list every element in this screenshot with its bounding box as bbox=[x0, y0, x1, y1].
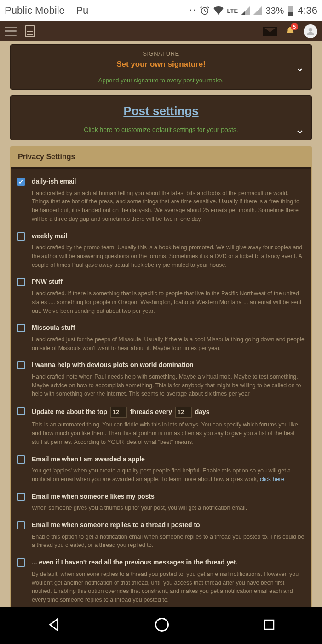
svg-rect-3 bbox=[288, 12, 293, 16]
checkbox[interactable] bbox=[17, 361, 25, 369]
privacy-option: ... even if I haven't read all the previ… bbox=[17, 558, 305, 604]
option-desc: Hand crafted just for the peeps of Misso… bbox=[32, 335, 305, 353]
post-settings-link[interactable]: Post settings bbox=[17, 104, 305, 118]
network-label: LTE bbox=[227, 7, 238, 14]
svg-rect-2 bbox=[289, 6, 292, 7]
notifications-icon[interactable]: 5 bbox=[285, 26, 295, 37]
battery-label: 33% bbox=[265, 6, 284, 16]
nav-back-button[interactable] bbox=[46, 617, 62, 634]
option-title: weekly mail bbox=[32, 232, 305, 241]
privacy-option: PNW stuffHand crafted. If there is somet… bbox=[17, 277, 305, 315]
option-desc: This is an automated thing. You can fidd… bbox=[32, 420, 305, 446]
signal-icon-1 bbox=[242, 6, 250, 15]
option-title: I wanna help with devious plots on world… bbox=[32, 361, 305, 370]
checkbox[interactable] bbox=[17, 493, 25, 501]
post-settings-help: Click here to customize default settings… bbox=[17, 126, 305, 133]
option-title: ... even if I haven't read all the previ… bbox=[32, 558, 305, 567]
option-desc: You get 'apples' when you create a quali… bbox=[32, 466, 305, 484]
option-title: daily-ish email bbox=[32, 177, 305, 186]
chevron-down-icon[interactable]: ⌄ bbox=[295, 122, 305, 137]
top-threads-input[interactable]: 12 bbox=[110, 407, 127, 418]
app-header: 5 bbox=[0, 21, 322, 41]
menu-icon[interactable] bbox=[5, 27, 17, 36]
wifi-icon bbox=[213, 6, 224, 15]
checkbox[interactable] bbox=[17, 324, 25, 332]
alarm-icon bbox=[200, 6, 210, 16]
signature-help: Append your signature to every post you … bbox=[17, 77, 305, 84]
checkbox[interactable] bbox=[17, 278, 25, 286]
feed-icon[interactable] bbox=[25, 25, 35, 37]
privacy-option: weekly mailHand crafted by the promo tea… bbox=[17, 232, 305, 270]
privacy-header: Privacy Settings bbox=[11, 146, 311, 167]
status-icons: LTE 33% 4:36 bbox=[200, 5, 317, 17]
checkbox[interactable] bbox=[17, 558, 25, 567]
privacy-section: Privacy Settings daily-ish emailHand cra… bbox=[10, 146, 312, 607]
option-desc: Hand crafted by an actual human telling … bbox=[32, 189, 305, 224]
option-title: Missoula stuff bbox=[32, 323, 305, 333]
nav-recent-button[interactable] bbox=[262, 618, 276, 633]
checkbox[interactable] bbox=[17, 407, 25, 415]
option-title: Email me when someone replies to a threa… bbox=[32, 521, 305, 530]
android-nav-bar bbox=[0, 607, 322, 644]
privacy-option: Email me when someone replies to a threa… bbox=[17, 521, 305, 550]
signature-panel[interactable]: SIGNATURE Set your own signature! Append… bbox=[10, 44, 312, 90]
svg-rect-6 bbox=[264, 620, 274, 629]
option-title: Update me about the top 12 threads every… bbox=[32, 407, 305, 418]
privacy-option: I wanna help with devious plots on world… bbox=[17, 361, 305, 398]
option-title: Email me when someone likes my posts bbox=[32, 492, 305, 501]
signature-heading: SIGNATURE bbox=[17, 50, 305, 57]
nav-home-button[interactable] bbox=[154, 616, 170, 635]
page-viewport: SIGNATURE Set your own signature! Append… bbox=[0, 41, 322, 607]
checkbox[interactable] bbox=[17, 232, 25, 241]
avatar[interactable] bbox=[304, 24, 317, 38]
option-title: PNW stuff bbox=[32, 277, 305, 287]
learn-more-link[interactable]: click here bbox=[260, 476, 284, 483]
svg-point-5 bbox=[156, 619, 168, 631]
privacy-option: Email me when I am awarded a appleYou ge… bbox=[17, 455, 305, 484]
option-desc: Hand crafted note when Paul needs help w… bbox=[32, 373, 305, 398]
threads-days-input[interactable]: 12 bbox=[175, 407, 192, 418]
checkbox[interactable] bbox=[17, 521, 25, 529]
privacy-option: Missoula stuffHand crafted just for the … bbox=[17, 323, 305, 352]
battery-icon bbox=[288, 6, 294, 16]
option-title: Email me when I am awarded a apple bbox=[32, 455, 305, 464]
svg-point-4 bbox=[309, 28, 312, 31]
privacy-option: Update me about the top 12 threads every… bbox=[17, 407, 305, 446]
chevron-down-icon[interactable]: ⌄ bbox=[295, 60, 305, 74]
checkbox[interactable] bbox=[17, 178, 25, 186]
clock-label: 4:36 bbox=[298, 5, 317, 17]
option-desc: Hand crafted by the promo team. Usually … bbox=[32, 243, 305, 269]
option-desc: By default, when someone replies to a th… bbox=[32, 570, 305, 604]
signal-icon-2 bbox=[253, 6, 262, 15]
notification-badge: 5 bbox=[291, 23, 298, 30]
mail-icon[interactable] bbox=[263, 27, 277, 36]
post-settings-panel[interactable]: Post settings Click here to customize de… bbox=[10, 95, 312, 140]
browser-tab-title: Public Mobile – Pu bbox=[5, 5, 186, 17]
option-desc: Enable this option to get a notification… bbox=[32, 533, 305, 550]
privacy-option: Email me when someone likes my postsWhen… bbox=[17, 492, 305, 512]
signature-link[interactable]: Set your own signature! bbox=[17, 60, 305, 69]
option-desc: When someone gives you a thumbs up for y… bbox=[32, 504, 305, 512]
privacy-option: daily-ish emailHand crafted by an actual… bbox=[17, 177, 305, 224]
option-desc: Hand crafted. If there is something that… bbox=[32, 289, 305, 315]
android-status-bar: Public Mobile – Pu ·· LTE 33% 4:36 bbox=[0, 0, 322, 21]
tab-overflow-icon: ·· bbox=[186, 5, 199, 17]
checkbox[interactable] bbox=[17, 455, 25, 464]
